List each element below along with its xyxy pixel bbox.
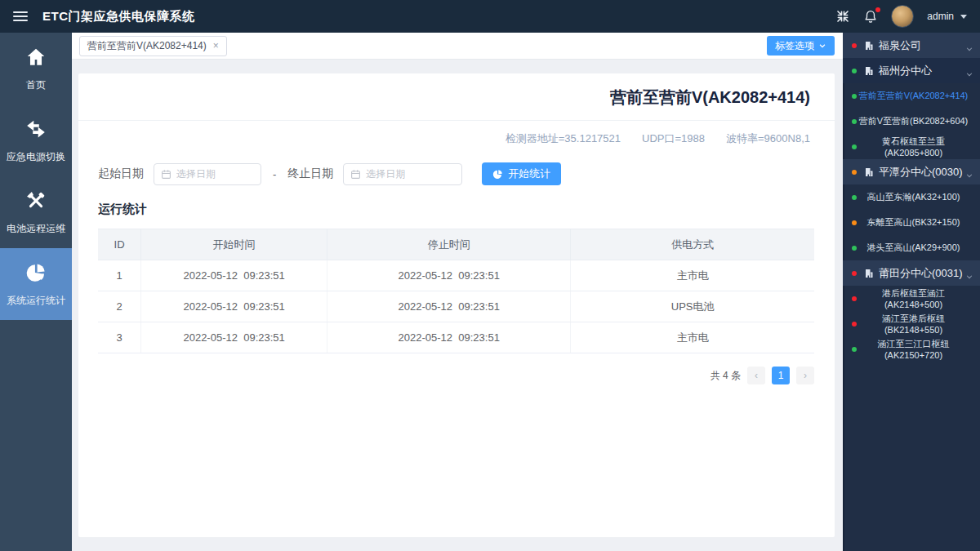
topbar: ETC门架应急供电保障系统 admin <box>0 0 980 33</box>
cell-start-time: 2022-05-12 09:23:51 <box>141 291 327 322</box>
tree-leaf-label: 涵江至港后枢纽(BK2148+550) <box>857 313 973 335</box>
fullscreen-icon[interactable] <box>835 9 850 24</box>
card-container: 营前至营前V(AK2082+414) 检测器地址=35.1217521 UDP口… <box>72 60 843 551</box>
status-dot <box>852 43 857 48</box>
tree-group-pingtan[interactable]: 平潭分中心(0030) <box>843 159 980 184</box>
tab-label: 营前至营前V(AK2082+414) <box>87 39 207 53</box>
prev-page-button[interactable]: ‹ <box>747 367 765 384</box>
tree-leaf-huangshi[interactable]: 黄石枢纽至兰重(AK2085+800) <box>843 134 980 159</box>
tree-group-label: 莆田分中心(0031) <box>879 266 965 281</box>
pie-chart-icon <box>25 262 47 287</box>
app-title: ETC门架应急供电保障系统 <box>42 9 195 24</box>
chevron-down-icon <box>965 269 973 278</box>
chevron-down-icon <box>965 67 973 75</box>
device-meta: 检测器地址=35.1217521 UDP口=1988 波特率=9600N8,1 <box>78 121 835 146</box>
right-sidebar-tree: 福泉公司 福州分中心 营前至营前V(AK2082+414) 营前V至营前(BK2… <box>843 33 980 551</box>
cell-stop-time: 2022-05-12 09:23:51 <box>327 322 571 353</box>
page-title: 营前至营前V(AK2082+414) <box>78 73 835 121</box>
tree-group-putian[interactable]: 莆田分中心(0031) <box>843 260 980 286</box>
status-dot <box>852 271 857 276</box>
sidebar-item-run-stats[interactable]: 系统运行统计 <box>0 248 72 320</box>
table-row[interactable]: 1 2022-05-12 09:23:51 2022-05-12 09:23:5… <box>98 260 814 291</box>
status-dot <box>852 170 857 175</box>
run-stats-table: ID 开始时间 停止时间 供电方式 1 2022-05-12 09:23:51 … <box>98 229 814 353</box>
chevron-down-icon <box>965 168 973 176</box>
tree-leaf-gangtou-gaoshan[interactable]: 港头至高山(AK29+900) <box>843 235 980 260</box>
date-range-form: 起始日期 - 终止日期 <box>98 162 835 185</box>
tools-icon <box>25 190 47 215</box>
tab-yingqian[interactable]: 营前至营前V(AK2082+414) × <box>79 36 227 56</box>
tree-leaf-label: 黄石枢纽至兰重(AK2085+800) <box>857 136 973 158</box>
range-separator: - <box>273 168 276 180</box>
sidebar-item-label: 应急电源切换 <box>7 150 65 164</box>
sidebar-item-power-switch[interactable]: 应急电源切换 <box>0 104 72 176</box>
calendar-icon <box>350 169 361 180</box>
tree-leaf-hanjiang-ganghou[interactable]: 涵江至港后枢纽(BK2148+550) <box>843 311 980 336</box>
user-menu-caret-icon[interactable] <box>960 15 967 19</box>
tree-group-label: 福泉公司 <box>879 38 965 53</box>
cell-power-mode: 主市电 <box>571 322 814 353</box>
tree-group-fuquan[interactable]: 福泉公司 <box>843 33 980 58</box>
pie-chart-icon <box>492 169 503 180</box>
end-date-input[interactable] <box>366 168 455 180</box>
cell-stop-time: 2022-05-12 09:23:51 <box>327 260 571 291</box>
tree-leaf-yingqian-bk[interactable]: 营前V至营前(BK2082+604) <box>843 109 980 134</box>
sidebar-item-label: 首页 <box>26 78 46 92</box>
cell-start-time: 2022-05-12 09:23:51 <box>141 322 327 353</box>
start-date-input[interactable] <box>176 168 254 180</box>
tree-group-label: 平潭分中心(0030) <box>879 165 965 180</box>
cell-id: 1 <box>98 260 141 291</box>
start-statistics-button[interactable]: 开始统计 <box>482 162 561 185</box>
start-date-label: 起始日期 <box>98 167 144 181</box>
tree-leaf-gaoshan-donghan[interactable]: 高山至东瀚(AK32+100) <box>843 184 980 210</box>
end-date-label: 终止日期 <box>287 167 333 181</box>
tree-leaf-hanjiang-sanjiangkou[interactable]: 涵江至三江口枢纽(AK2150+720) <box>843 336 980 362</box>
tag-options-button[interactable]: 标签选项 <box>767 36 835 56</box>
cell-stop-time: 2022-05-12 09:23:51 <box>327 291 571 322</box>
tree-leaf-label: 涵江至三江口枢纽(AK2150+720) <box>857 338 973 360</box>
building-icon <box>864 269 874 278</box>
tree-leaf-label: 东離至高山(BK32+150) <box>857 216 973 229</box>
tree-leaf-label: 营前至营前V(AK2082+414) <box>857 90 973 102</box>
start-date-field[interactable] <box>154 163 261 185</box>
tree-leaf-yingqian-v[interactable]: 营前至营前V(AK2082+414) <box>843 83 980 109</box>
sidebar-item-battery-ops[interactable]: 电池远程运维 <box>0 176 72 248</box>
section-title: 运行统计 <box>98 202 835 217</box>
hamburger-menu-icon[interactable] <box>13 11 28 21</box>
next-page-button[interactable]: › <box>796 367 814 384</box>
tab-close-icon[interactable]: × <box>213 41 219 51</box>
calendar-icon <box>161 169 172 180</box>
table-row[interactable]: 2 2022-05-12 09:23:51 2022-05-12 09:23:5… <box>98 291 814 322</box>
cell-id: 3 <box>98 322 141 353</box>
main-content: 营前至营前V(AK2082+414) × 标签选项 营前至营前V(AK2082+… <box>72 33 843 551</box>
total-count: 共 4 条 <box>710 369 741 383</box>
tree-group-label: 福州分中心 <box>879 64 965 78</box>
table-row[interactable]: 3 2022-05-12 09:23:51 2022-05-12 09:23:5… <box>98 322 814 353</box>
notification-bell-icon[interactable] <box>863 9 878 24</box>
user-avatar[interactable] <box>891 5 914 28</box>
start-statistics-label: 开始统计 <box>508 167 550 181</box>
col-id: ID <box>98 229 141 260</box>
sidebar-item-home[interactable]: 首页 <box>0 33 72 104</box>
left-sidebar: 首页 应急电源切换 电池远程运维 <box>0 33 72 551</box>
tree-group-fuzhou[interactable]: 福州分中心 <box>843 58 980 83</box>
tab-bar: 营前至营前V(AK2082+414) × 标签选项 <box>72 33 843 60</box>
cell-power-mode: UPS电池 <box>571 291 814 322</box>
udp-port: UDP口=1988 <box>642 131 705 146</box>
topbar-actions: admin <box>835 5 967 28</box>
pagination: 共 4 条 ‹ 1 › <box>98 367 814 384</box>
cell-start-time: 2022-05-12 09:23:51 <box>141 260 327 291</box>
tree-leaf-label: 港头至高山(AK29+900) <box>857 242 973 254</box>
col-power-mode: 供电方式 <box>571 229 814 260</box>
end-date-field[interactable] <box>343 163 462 185</box>
tree-leaf-ganghou-hanjiang[interactable]: 港后枢纽至涵江(AK2148+500) <box>843 286 980 311</box>
col-start-time: 开始时间 <box>141 229 327 260</box>
username-label[interactable]: admin <box>927 11 954 22</box>
col-stop-time: 停止时间 <box>327 229 571 260</box>
sidebar-item-label: 电池远程运维 <box>7 222 65 236</box>
building-icon <box>864 41 874 51</box>
page-1-button[interactable]: 1 <box>772 367 790 384</box>
table-header-row: ID 开始时间 停止时间 供电方式 <box>98 229 814 260</box>
tree-leaf-donghan-gaoshan[interactable]: 东離至高山(BK32+150) <box>843 210 980 235</box>
status-dot <box>852 69 857 73</box>
